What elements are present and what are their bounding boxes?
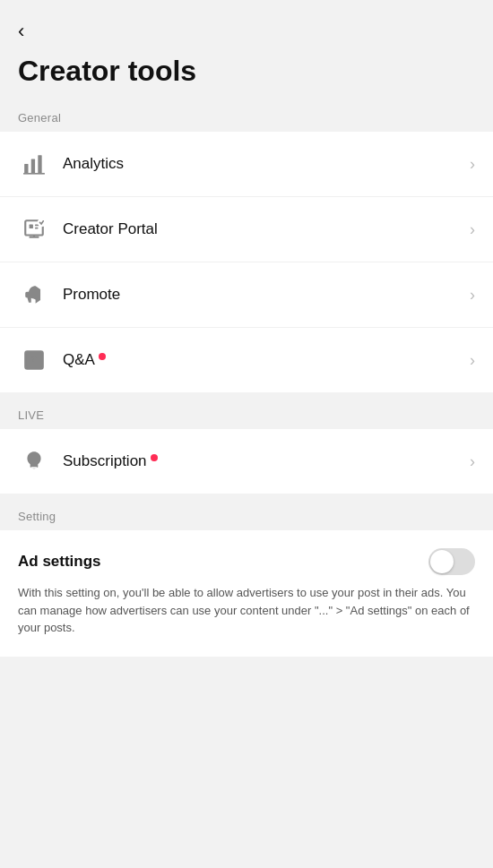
- svg-rect-7: [35, 228, 38, 229]
- section-label-live: LIVE: [0, 392, 493, 429]
- header: ‹ Creator tools: [0, 0, 493, 95]
- menu-label-creator-portal: Creator Portal: [63, 220, 158, 238]
- menu-item-creator-portal[interactable]: Creator Portal ›: [0, 197, 493, 262]
- menu-label-qna: Q&A: [63, 351, 95, 369]
- menu-item-subscription[interactable]: Subscription ›: [0, 429, 493, 494]
- back-button[interactable]: ‹: [18, 14, 24, 48]
- section-label-general: General: [0, 95, 493, 132]
- menu-label-analytics: Analytics: [63, 155, 124, 173]
- chevron-promote: ›: [470, 286, 475, 305]
- svg-rect-2: [38, 156, 41, 175]
- live-card-group: Subscription ›: [0, 429, 493, 494]
- ad-settings-toggle[interactable]: [428, 548, 475, 575]
- general-card-group: Analytics › Creator Portal: [0, 132, 493, 392]
- red-dot-subscription: [151, 454, 158, 461]
- menu-item-promote[interactable]: Promote ›: [0, 262, 493, 328]
- chevron-creator-portal: ›: [470, 220, 475, 239]
- page-wrapper: ‹ Creator tools General Analytics ›: [0, 0, 493, 657]
- menu-label-wrap-subscription: Subscription: [63, 452, 463, 470]
- ad-settings-row: Ad settings: [18, 548, 475, 575]
- svg-rect-1: [31, 159, 35, 174]
- chevron-qna: ›: [470, 351, 475, 370]
- svg-rect-0: [24, 164, 28, 174]
- red-dot-qna: [99, 353, 106, 360]
- toggle-knob: [430, 550, 454, 573]
- menu-label-wrap-promote: Promote: [63, 286, 463, 304]
- ad-settings-label: Ad settings: [18, 553, 101, 571]
- svg-text:?: ?: [30, 355, 37, 367]
- menu-item-qna[interactable]: ? Q&A ›: [0, 328, 493, 392]
- setting-card: Ad settings With this setting on, you'll…: [0, 530, 493, 657]
- chevron-subscription: ›: [470, 452, 475, 471]
- menu-item-analytics[interactable]: Analytics ›: [0, 132, 493, 197]
- qna-icon: ?: [18, 344, 50, 376]
- menu-label-subscription: Subscription: [63, 452, 147, 470]
- page-title: Creator tools: [18, 54, 475, 88]
- analytics-icon: [18, 148, 50, 180]
- svg-rect-5: [30, 225, 33, 228]
- subscription-icon: [18, 445, 50, 477]
- section-label-setting: Setting: [0, 494, 493, 530]
- menu-label-wrap-qna: Q&A: [63, 351, 463, 369]
- promote-icon: [18, 279, 50, 311]
- creator-portal-icon: [18, 213, 50, 245]
- chevron-analytics: ›: [470, 155, 475, 174]
- menu-label-promote: Promote: [63, 286, 120, 304]
- menu-label-wrap-creator-portal: Creator Portal: [63, 220, 463, 238]
- ad-settings-description: With this setting on, you'll be able to …: [18, 584, 475, 637]
- menu-label-wrap-analytics: Analytics: [63, 155, 463, 173]
